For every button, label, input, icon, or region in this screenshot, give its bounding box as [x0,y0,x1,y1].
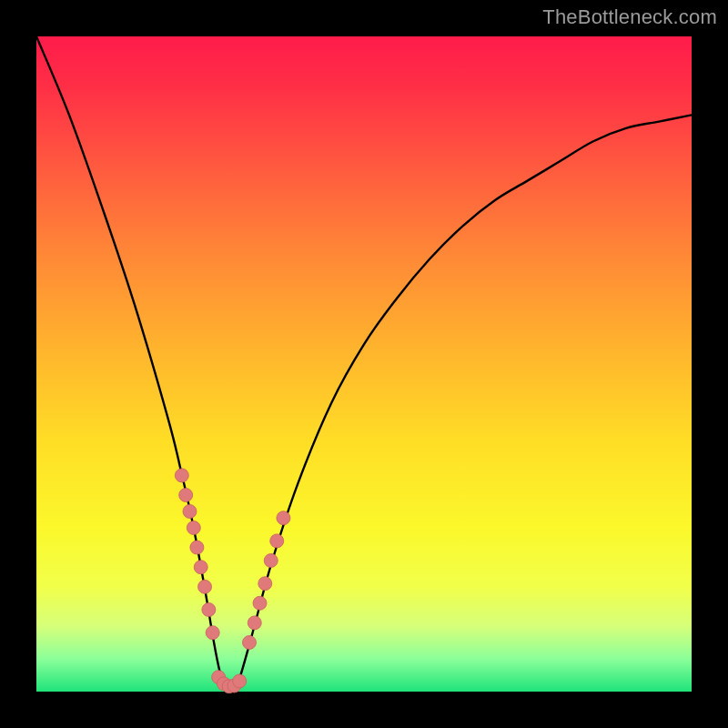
bottleneck-curve-line [36,36,692,693]
data-dot [194,561,207,574]
plot-area [36,36,692,692]
data-dot [202,603,216,617]
data-dot [270,534,284,548]
chart-svg [36,36,692,692]
chart-frame: TheBottleneck.com [0,0,728,728]
data-dot [277,511,290,525]
data-dot [264,554,278,568]
data-dot [248,616,261,630]
data-dot [233,674,247,688]
data-dot [175,469,188,482]
data-dot [190,541,204,554]
watermark-text: TheBottleneck.com [542,5,717,29]
data-dot [206,626,219,640]
data-dot [198,580,212,593]
data-dot [243,636,257,650]
data-dot [183,505,197,519]
data-dots [175,469,290,693]
data-dot [187,521,200,535]
data-dot [179,489,193,502]
data-dot [258,577,272,591]
data-dot [253,596,267,610]
